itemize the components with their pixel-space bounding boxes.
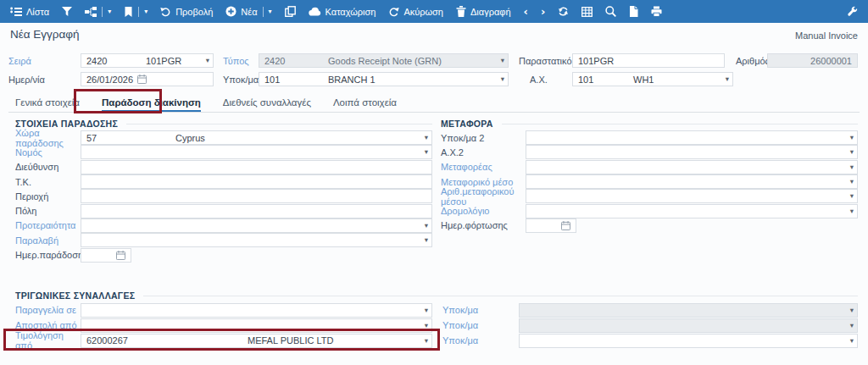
combo-caret-icon[interactable]: ▾ <box>850 178 854 185</box>
combo-caret-icon[interactable]: ▾ <box>850 192 854 200</box>
filter-icon <box>62 7 72 17</box>
priority-combo[interactable]: ▾ <box>81 218 432 233</box>
separator <box>263 7 264 17</box>
county-label[interactable]: Νομός <box>15 147 81 158</box>
combo-caret-icon[interactable]: ▾ <box>850 134 854 141</box>
address-label: Διεύθυνση <box>15 162 81 172</box>
tab-other[interactable]: Λοιπά στοιχεία <box>333 97 397 112</box>
invoice-from-branch-combo[interactable]: ▾ <box>519 334 858 348</box>
attachments-button[interactable] <box>629 6 638 17</box>
tab-international[interactable]: Διεθνείς συναλλαγές <box>223 97 311 112</box>
series-label[interactable]: Σειρά <box>8 56 31 66</box>
combo-caret-icon[interactable]: ▾ <box>425 148 428 156</box>
combo-caret-icon[interactable]: ▾ <box>425 307 428 314</box>
zip-input[interactable] <box>81 174 432 189</box>
vehicle-number-label[interactable]: Αριθ.μεταφορικού μέσου <box>441 186 526 207</box>
invoice-from-branch-label[interactable]: Υποκ/μα <box>442 335 519 346</box>
combo-caret-icon[interactable]: ▾ <box>726 75 729 83</box>
carrier-label[interactable]: Μεταφορέας <box>441 162 526 172</box>
county-combo[interactable]: ▾ <box>81 145 432 159</box>
combo-caret-icon[interactable]: ▾ <box>850 337 854 345</box>
triangular-section: ΤΡΙΓΩΝΙΚΕΣ ΣΥΝΑΛΛΑΓΕΣ Παραγγελία σε ▾ Υπ… <box>15 289 858 348</box>
warehouse-combo[interactable]: 101 WH1 ▾ <box>572 72 733 86</box>
invoice-from-label[interactable]: Τιμολόγηση από <box>15 330 81 351</box>
ship-from-branch-combo[interactable]: ▾ <box>519 318 858 333</box>
branch2-combo[interactable]: ▾ <box>526 130 858 145</box>
hierarchy-button[interactable]: ▾ <box>85 7 111 17</box>
combo-caret-icon[interactable]: ▾ <box>425 222 428 230</box>
city-input[interactable] <box>81 204 432 218</box>
route-label[interactable]: Δρομολόγιο <box>441 206 526 216</box>
delivery-country-label[interactable]: Χώρα παράδοσης <box>15 128 81 148</box>
print-button[interactable] <box>651 6 662 17</box>
combo-caret-icon[interactable]: ▾ <box>850 163 854 171</box>
ship-from-combo[interactable]: ▾ <box>81 318 432 333</box>
address-input[interactable] <box>81 160 432 174</box>
delivery-date-input[interactable] <box>81 248 131 263</box>
tab-general[interactable]: Γενικά στοιχεία <box>15 97 80 112</box>
combo-caret-icon[interactable]: ▾ <box>501 57 504 64</box>
next-record-button[interactable]: › <box>541 6 545 17</box>
tab-delivery[interactable]: Παράδοση διακίνηση <box>102 97 201 112</box>
bookmark-button[interactable]: ▾ <box>124 7 147 17</box>
filter-button[interactable] <box>62 7 72 17</box>
ship-from-branch-label[interactable]: Υποκ/μα <box>442 320 519 330</box>
carrier-combo[interactable]: ▾ <box>526 160 858 174</box>
receipt-label[interactable]: Παραλαβή <box>15 235 81 246</box>
transport-means-combo[interactable]: ▾ <box>526 174 858 189</box>
zip-label: Τ.Κ. <box>15 177 81 187</box>
combo-caret-icon[interactable]: ▾ <box>850 307 854 314</box>
prev-record-button[interactable]: ‹ <box>524 6 528 17</box>
combo-caret-icon[interactable]: ▾ <box>501 75 504 83</box>
list-button[interactable]: Λίστα <box>10 7 49 17</box>
area-input[interactable] <box>81 189 432 203</box>
view-button[interactable]: Προβολή <box>160 6 213 17</box>
new-caret-icon[interactable]: ▾ <box>269 8 272 15</box>
document-input[interactable]: 101PGR <box>572 53 725 68</box>
settings-button[interactable] <box>847 6 858 17</box>
branch-combo[interactable]: 101 BRANCH 1 ▾ <box>259 72 509 86</box>
calendar-icon[interactable] <box>116 251 125 260</box>
order-to-branch-combo[interactable]: ▾ <box>519 303 858 318</box>
date-input[interactable]: 26/01/2026 <box>81 72 214 86</box>
hierarchy-caret-icon[interactable]: ▾ <box>108 8 111 15</box>
branch2-label: Υποκ/μα 2 <box>441 133 526 143</box>
cancel-button[interactable]: Ακύρωση <box>388 6 443 17</box>
type-combo[interactable]: 2420 Goods Receipt Note (GRN) ▾ <box>259 53 509 68</box>
series-combo[interactable]: 2420 101PGR ▾ <box>81 53 214 68</box>
save-button[interactable]: Καταχώριση <box>309 7 376 17</box>
refresh-button[interactable] <box>558 6 569 17</box>
ship-from-label[interactable]: Αποστολή από <box>15 320 81 330</box>
combo-caret-icon[interactable]: ▾ <box>850 148 854 156</box>
warehouse2-combo[interactable]: ▾ <box>526 145 858 159</box>
combo-caret-icon[interactable]: ▾ <box>425 236 428 244</box>
order-to-branch-label[interactable]: Υποκ/μα <box>442 305 519 315</box>
delivery-country-combo[interactable]: 57 Cyprus ▾ <box>81 130 432 145</box>
vehicle-number-combo[interactable]: ▾ <box>526 189 858 203</box>
new-button[interactable]: Νέα ▾ <box>225 6 271 17</box>
combo-caret-icon[interactable]: ▾ <box>850 322 854 329</box>
calendar-icon[interactable] <box>137 75 147 84</box>
order-to-label[interactable]: Παραγγελία σε <box>15 305 81 315</box>
receipt-combo[interactable]: ▾ <box>81 233 432 247</box>
copy-button[interactable] <box>285 6 296 17</box>
order-to-combo[interactable]: ▾ <box>81 303 432 318</box>
calendar-icon[interactable] <box>561 221 570 230</box>
cloud-icon <box>309 7 321 16</box>
loading-date-input[interactable] <box>526 218 576 233</box>
combo-caret-icon[interactable]: ▾ <box>425 134 428 141</box>
combo-caret-icon[interactable]: ▾ <box>425 337 428 345</box>
zoom-button[interactable] <box>605 6 616 17</box>
delete-button[interactable]: Διαγραφή <box>456 6 511 17</box>
chevron-left-icon: ‹ <box>524 6 528 17</box>
bookmark-caret-icon[interactable]: ▾ <box>144 8 147 15</box>
combo-caret-icon[interactable]: ▾ <box>425 322 428 329</box>
type-label[interactable]: Τύπος <box>223 56 249 66</box>
combo-caret-icon[interactable]: ▾ <box>206 57 209 64</box>
route-combo[interactable]: ▾ <box>526 204 858 218</box>
priority-label[interactable]: Προτεραιότητα <box>15 220 81 230</box>
grid-view-button[interactable] <box>581 7 593 17</box>
combo-caret-icon[interactable]: ▾ <box>850 207 854 215</box>
transport-means-label[interactable]: Μεταφορικό μέσο <box>441 177 526 187</box>
invoice-from-combo[interactable]: 62000267 MEFAL PUBLIC LTD ▾ <box>81 334 432 348</box>
